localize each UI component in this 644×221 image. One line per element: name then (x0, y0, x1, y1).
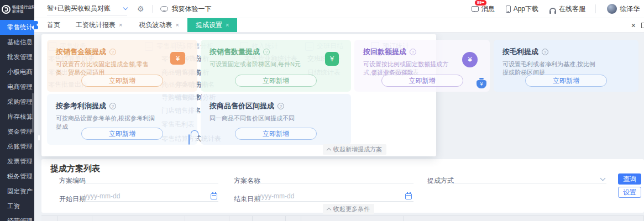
commission-card-gross-profit: 按毛利提成 可设置毛利或者净利为基准,按比例提或阶梯区间提 立即新增 (494, 40, 638, 92)
card-title: 按商品售价区间提成 (210, 101, 274, 111)
close-icon[interactable] (119, 22, 122, 28)
topbar: 智+已购买收银员对账 ⚙ 我要体验一下 99+ 消息 App下载 在线客服 徐泽… (34, 0, 644, 18)
messages-button[interactable]: 99+ 消息 (472, 4, 495, 14)
brand-name-line2: 标准版 (12, 9, 34, 14)
tab-tax-fluctuation[interactable]: 税负波动表 (130, 18, 187, 32)
brand-logo: 畅捷通行业财 标准版 (0, 0, 34, 19)
settings-button[interactable]: 设置 (618, 187, 641, 198)
calendar-icon[interactable] (211, 193, 217, 199)
card-description: 可设置毛利或者净利为基准,按比例提或阶梯区间提 (494, 57, 638, 77)
add-now-button[interactable]: 立即新增 (81, 75, 163, 87)
table-header-cell (41, 215, 58, 221)
tabbar: 首页 工资统计报表 税负波动表 提成设置 (34, 18, 644, 33)
online-support-button[interactable]: 在线客服 (549, 4, 585, 14)
sidebar-item-wholesale[interactable]: 批发管理 (0, 50, 34, 65)
card-title: 按销售金额提成 (56, 47, 106, 57)
chevron-up-icon (327, 148, 331, 152)
card-title: 按毛利提成 (502, 47, 538, 57)
table-header-cell (404, 215, 644, 221)
app-download-button[interactable]: App下载 (506, 4, 538, 14)
topbar-right: 99+ 消息 App下载 在线客服 徐泽华 (460, 4, 644, 14)
commission-card-payment-collection: 按回款额提成 可设置按比例或固定数额提成方式,促进业务员催款 立即新增 (354, 40, 490, 92)
avatar (607, 4, 617, 14)
sidebar-item-operations[interactable]: 经营管理 (0, 214, 34, 221)
sidebar-item-general-ledger[interactable]: 总账管理 (0, 139, 34, 154)
sidebar-item-inventory[interactable]: 库存核算 (0, 109, 34, 124)
sidebar-item-label: 基础信息 (7, 39, 33, 45)
search-button[interactable]: 查询 (618, 173, 641, 185)
sidebar-item-mini-ecommerce[interactable]: 小极电商 (0, 65, 34, 80)
close-icon[interactable] (175, 22, 179, 28)
table-header-cell (58, 215, 92, 221)
help-icon[interactable] (410, 49, 416, 55)
workspace-selector[interactable]: 智+已购买收银员对账 (47, 2, 127, 16)
table-header-cell (301, 215, 404, 221)
card-title-row: 按参考利润提成 (47, 94, 197, 111)
brand-logo-icon (2, 5, 11, 14)
plan-code-label: 方案编码 (59, 176, 86, 186)
help-icon[interactable] (109, 103, 116, 109)
user-menu[interactable]: 徐泽华 (607, 4, 640, 14)
close-icon[interactable] (226, 22, 229, 28)
table-header-cell (185, 215, 229, 221)
commission-plan-list-section: 提成方案列表 方案编码 方案名称 提成方式 开始日期 结束日期 查询 设置 收起… (41, 159, 644, 213)
sidebar-item-payroll[interactable]: 工资 (0, 199, 34, 214)
close-icon[interactable] (631, 22, 636, 29)
coins-icon (325, 52, 339, 66)
sidebar-item-label: 采购管理 (7, 98, 33, 105)
sidebar-item-label: 税务管理 (7, 173, 33, 180)
add-now-button[interactable]: 立即新增 (81, 128, 163, 140)
add-now-button[interactable]: 立即新增 (381, 75, 463, 87)
sidebar-item-retail-stats[interactable]: 零售统计 (0, 20, 34, 35)
plan-code-input[interactable] (83, 172, 218, 183)
help-icon[interactable] (278, 103, 284, 109)
divider (595, 4, 596, 13)
calendar-icon[interactable] (405, 193, 412, 199)
commission-card-sales-quantity: 按销售数量提成 可设置固定或者阶梯区间,每件N元 立即新增 (201, 40, 351, 92)
sidebar-item-basic-info[interactable]: 基础信息 (0, 35, 34, 50)
collapse-more-filters-button[interactable]: 收起更多条件 (323, 204, 374, 214)
help-icon[interactable] (263, 49, 270, 55)
collapse-new-scheme-button[interactable]: 收起新增提成方案 (323, 144, 386, 155)
end-date-input[interactable] (257, 191, 413, 202)
commission-type-select[interactable] (451, 172, 606, 183)
tab-salary-report[interactable]: 工资统计报表 (67, 18, 130, 32)
tab-label: 税负波动表 (139, 20, 172, 30)
tab-commission-settings[interactable]: 提成设置 (187, 18, 237, 32)
sidebar-item-ecommerce[interactable]: 电商管理 (0, 80, 34, 94)
divider (152, 5, 153, 13)
gear-icon[interactable]: ⚙ (137, 5, 144, 13)
sidebar-item-label: 电商管理 (7, 83, 33, 90)
support-label: 在线客服 (559, 4, 585, 14)
sidebar-scrollbar[interactable] (32, 93, 34, 133)
chevron-up-icon (327, 208, 331, 212)
plan-table-header (41, 215, 644, 221)
restore-window-icon[interactable] (641, 23, 644, 28)
experience-label: 我要体验一下 (172, 4, 212, 14)
help-icon[interactable] (109, 49, 116, 55)
plan-name-input[interactable] (257, 172, 413, 183)
help-icon[interactable] (542, 49, 548, 55)
sidebar-item-tax[interactable]: 税务管理 (0, 169, 34, 184)
start-date-input[interactable] (83, 191, 218, 202)
table-header-cell (286, 215, 301, 221)
sidebar-item-label: 固定资产 (7, 188, 33, 194)
sidebar-collapse-handle[interactable] (34, 21, 38, 29)
tab-home[interactable]: 首页 (40, 18, 67, 32)
sidebar-item-fixed-assets[interactable]: 固定资产 (0, 184, 34, 199)
experience-link[interactable]: 我要体验一下 (160, 4, 212, 14)
sidebar-nav: 零售统计 基础信息 批发管理 小极电商 电商管理 采购管理 库存核算 资金管理 … (0, 20, 34, 221)
tab-label: 工资统计报表 (76, 20, 116, 30)
add-now-button[interactable]: 立即新增 (235, 75, 317, 87)
add-now-button[interactable]: 立即新增 (235, 128, 317, 140)
commission-type-label: 提成方式 (427, 176, 454, 186)
add-now-button[interactable]: 立即新增 (525, 75, 607, 87)
wallet-icon (170, 52, 185, 65)
sidebar-item-funds[interactable]: 资金管理 (0, 124, 34, 139)
sidebar-item-purchasing[interactable]: 采购管理 (0, 94, 34, 109)
message-icon (472, 6, 479, 12)
phone-icon (506, 6, 511, 13)
table-header-cell (92, 215, 185, 221)
sidebar-item-label: 总账管理 (7, 143, 33, 150)
sidebar-item-invoice[interactable]: 发票管理 (0, 154, 34, 169)
